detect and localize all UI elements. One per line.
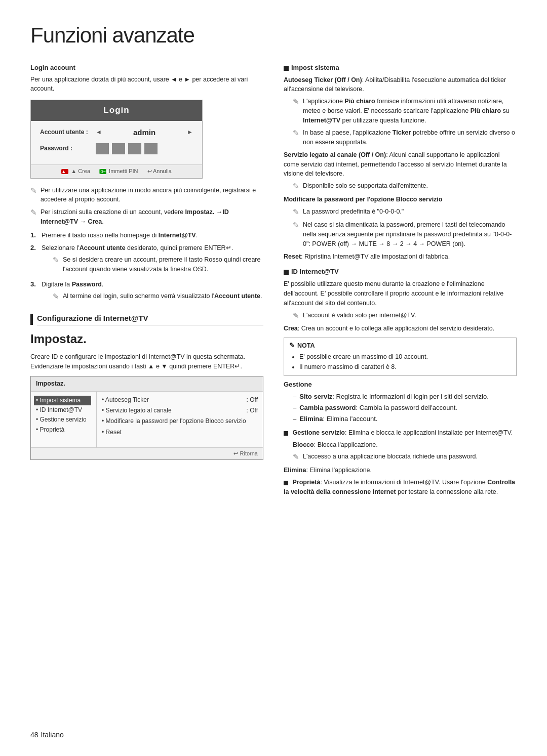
crea-text: Crea: Crea un account e lo collega alle … (284, 324, 517, 333)
login-box: Login Account utente : ◄ admin ► Passwor… (30, 100, 203, 178)
autoeseg-note-1: ✎ L'applicazione Più chiaro fornisce inf… (293, 97, 517, 125)
note-icon-8: ✎ (293, 206, 301, 218)
login-account-heading: Login account (30, 63, 263, 73)
impostaz-right-item-1: • Autoeseg Ticker: Off (102, 396, 258, 404)
password-box-1 (96, 143, 109, 154)
proprieta-text: Proprietà: Visualizza le informazioni di… (284, 478, 517, 497)
right-arrow-icon: ► (187, 128, 193, 137)
blocco-heading: Modificare la password per l'opzione Blo… (284, 195, 517, 204)
impostaz-right-item-2: • Servizio legato al canale: Off (102, 406, 258, 415)
configurazione-heading: Configurazione di Internet@TV (37, 313, 263, 325)
step-3-content: Digitare la Password. ✎ Al termine del l… (42, 280, 262, 304)
impostaz-menu-item-1[interactable]: • Impost sistema (34, 396, 91, 405)
impostaz-menu-item-4[interactable]: • Proprietà (36, 425, 91, 435)
left-arrow-icon: ◄ (96, 128, 102, 137)
blocco-app-heading: Blocco: Blocca l'applicazione. (284, 440, 517, 450)
login-account-section: Login account Per una applicazione dotat… (30, 63, 263, 304)
gestione-item-3: – Elimina: Elimina l'account. (293, 414, 517, 424)
note-icon-4: ✎ (53, 291, 61, 302)
impostaz-box: Impostaz. • Impost sistema • ID Internet… (30, 376, 263, 460)
id-internet-note: ✎ L'account è valido solo per internet@T… (293, 311, 517, 321)
footer-create: ▲ ▲ Crea (61, 167, 90, 176)
gestione-servizio-text: Gestione servizio: Elimina e blocca le a… (284, 428, 517, 438)
step-3-num: 3. (30, 280, 38, 289)
note-icon-2: ✎ (30, 207, 38, 218)
nota-title: ✎ NOTA (289, 341, 511, 350)
right-column: Impost sistema Autoeseg Ticker (Off / On… (284, 63, 517, 502)
left-column: Login account Per una applicazione dotat… (30, 63, 263, 502)
blocco-note-1: ✎ La password predefinita è "0-0-0-0." (293, 207, 517, 218)
impostaz-right: • Autoeseg Ticker: Off • Servizio legato… (97, 392, 263, 447)
password-box-3 (128, 143, 141, 154)
impostaz-menu-item-3[interactable]: • Gestione servizio (36, 415, 91, 425)
password-box-2 (112, 143, 125, 154)
note-icon-7: ✎ (293, 181, 301, 192)
square-bullet-2 (284, 270, 289, 275)
steps-list: 1. Premere il tasto rosso nella homepage… (30, 231, 263, 304)
login-note-1-text: Per utilizzare una applicazione in modo … (41, 186, 263, 205)
autoeseg-ticker-text: Autoeseg Ticker (Off / On): Abilita/Disa… (284, 75, 517, 95)
note-icon-10: ✎ (293, 310, 301, 321)
step-1-num: 1. (30, 231, 38, 240)
footer-pin: [0~9] Immetti PIN (99, 167, 138, 176)
login-box-title: Login (31, 100, 202, 121)
impost-sistema-section: Impost sistema Autoeseg Ticker (Off / On… (284, 63, 517, 262)
id-internet-heading: ID Internet@TV (284, 267, 517, 277)
login-box-footer: ▲ ▲ Crea [0~9] Immetti PIN ↩ Annulla (31, 164, 202, 178)
note-icon-6: ✎ (293, 128, 301, 139)
login-account-row: Account utente : ◄ admin ► (40, 127, 193, 138)
account-label: Account utente : (40, 128, 96, 137)
page-number: 48 Italiano (30, 728, 64, 741)
note-icon-9: ✎ (293, 220, 301, 231)
login-box-body: Account utente : ◄ admin ► Password : (31, 121, 202, 164)
square-bullet-3 (284, 431, 288, 436)
impostaz-right-item-4: • Reset (102, 428, 258, 437)
step-3: 3. Digitare la Password. ✎ Al termine de… (30, 280, 263, 304)
autoeseg-note-2: ✎ In base al paese, l'applicazione Ticke… (293, 128, 517, 147)
square-bullet-4 (284, 481, 288, 485)
login-note-2-text: Per istruzioni sulla creazione di un acc… (41, 207, 263, 227)
impostaz-title: Impostaz. (30, 330, 263, 348)
nota-item-1: E' possibile creare un massimo di 10 acc… (299, 352, 511, 361)
nota-box: ✎ NOTA E' possibile creare un massimo di… (284, 338, 517, 376)
nota-icon: ✎ (289, 341, 295, 350)
impostaz-body: Creare ID e configurare le impostazioni … (30, 352, 263, 371)
note-icon-11: ✎ (293, 451, 301, 463)
impostaz-menu: • Impost sistema • ID Internet@TV • Gest… (31, 392, 97, 447)
impostaz-box-footer: ↩ Ritorna (31, 447, 263, 460)
step-2: 2. Selezionare l'Account utente desidera… (30, 243, 263, 276)
gestione-heading: Gestione (284, 380, 517, 390)
impostaz-box-body: • Impost sistema • ID Internet@TV • Gest… (31, 392, 263, 447)
login-note-2: ✎ Per istruzioni sulla creazione di un a… (30, 207, 263, 227)
nota-item-2: Il numero massimo di caratteri è 8. (299, 362, 511, 371)
login-password-row: Password : (40, 143, 193, 154)
id-internet-body: E' possibile utilizzare questo menu dura… (284, 279, 517, 308)
blocco-app-note: ✎ L'accesso a una applicazione bloccata … (293, 452, 517, 463)
blocco-note-2: ✎ Nel caso si sia dimenticata la passwor… (293, 220, 517, 248)
configurazione-divider: Configurazione di Internet@TV (30, 313, 263, 325)
footer-cancel: ↩ Annulla (147, 167, 172, 176)
login-note-1: ✎ Per utilizzare una applicazione in mod… (30, 186, 263, 205)
account-value: admin (104, 127, 185, 138)
step-2-sub: ✎ Se si desidera creare un account, prem… (53, 255, 263, 274)
language-label: Italiano (41, 731, 64, 739)
red-button-icon: ▲ (61, 169, 68, 174)
green-button-icon: [0~9] (99, 169, 106, 174)
gestione-item-1: – Sito serviz: Registra le informazioni … (293, 392, 517, 402)
servizio-note: ✎ Disponibile solo se supportata dall'em… (293, 181, 517, 192)
servizio-canale-text: Servizio legato al canale (Off / On): Al… (284, 150, 517, 179)
impostaz-menu-item-2[interactable]: • ID Internet@TV (36, 405, 91, 415)
step-1: 1. Premere il tasto rosso nella homepage… (30, 231, 263, 240)
impostaz-box-title: Impostaz. (31, 376, 263, 391)
reset-text: Reset: Ripristina Internet@TV alle impos… (284, 252, 517, 262)
login-account-body: Per una applicazione dotata di più accou… (30, 75, 263, 94)
note-icon-5: ✎ (293, 96, 301, 107)
gestione-item-2: – Cambia password: Cambia la password de… (293, 403, 517, 413)
note-icon-3: ✎ (53, 255, 61, 266)
nota-list: E' possibile creare un massimo di 10 acc… (299, 352, 511, 371)
page-title: Funzioni avanzate (30, 20, 517, 51)
divider-bar (30, 314, 33, 325)
step-3-sub: ✎ Al termine del login, sullo schermo ve… (53, 291, 262, 302)
password-label: Password : (40, 144, 96, 153)
square-bullet-1 (284, 66, 289, 71)
